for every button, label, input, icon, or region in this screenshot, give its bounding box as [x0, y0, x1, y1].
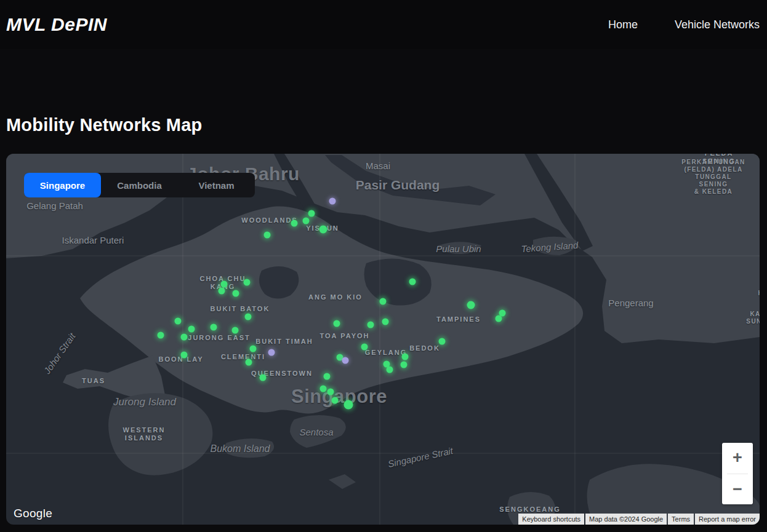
vehicle-marker-green[interactable] — [320, 386, 327, 392]
vehicle-marker-green[interactable] — [250, 346, 257, 352]
vehicle-marker-green[interactable] — [291, 220, 298, 227]
tab-singapore[interactable]: Singapore — [24, 173, 101, 197]
vehicle-marker-green[interactable] — [158, 332, 164, 339]
vehicle-marker-green[interactable] — [181, 334, 188, 341]
map-zoom-control: + − — [722, 443, 753, 504]
vehicle-marker-green[interactable] — [409, 279, 416, 285]
vehicle-marker-green[interactable] — [496, 316, 502, 322]
country-tabs: SingaporeCambodiaVietnam — [24, 173, 255, 197]
map-data-copyright: Map data ©2024 Google — [585, 514, 667, 525]
page: MVL DePIN HomeVehicle Networks Mobility … — [0, 0, 767, 532]
vehicle-marker-green[interactable] — [244, 279, 251, 286]
vehicle-marker-green[interactable] — [361, 344, 368, 351]
vehicle-marker-green[interactable] — [188, 326, 195, 333]
nav-link-home[interactable]: Home — [608, 18, 638, 31]
vehicle-marker-green[interactable] — [401, 362, 408, 368]
vehicle-marker-green[interactable] — [221, 281, 228, 288]
vehicle-marker-green[interactable] — [439, 338, 446, 345]
tab-vietnam[interactable]: Vietnam — [178, 173, 255, 197]
mobility-map[interactable]: Johor BahruSingaporePasir GudangMasaiGel… — [6, 154, 760, 525]
zoom-in-button[interactable]: + — [722, 443, 753, 474]
vehicle-marker-green[interactable] — [232, 327, 239, 334]
vehicle-marker-purple[interactable] — [268, 349, 275, 356]
google-logo[interactable]: Google — [14, 507, 52, 520]
vehicle-marker-green[interactable] — [382, 319, 389, 325]
vehicle-marker-green[interactable] — [402, 354, 409, 360]
vehicle-marker-purple[interactable] — [342, 357, 349, 364]
report-map-error-link[interactable]: Report a map error — [695, 514, 760, 525]
site-logo[interactable]: MVL DePIN — [6, 14, 107, 35]
vehicle-marker-green[interactable] — [245, 314, 252, 320]
vehicle-marker-green[interactable] — [219, 288, 225, 295]
vehicle-marker-green[interactable] — [380, 298, 387, 305]
tab-cambodia[interactable]: Cambodia — [101, 173, 178, 197]
vehicle-marker-green[interactable] — [332, 397, 339, 404]
vehicle-marker-green[interactable] — [387, 367, 393, 373]
header-nav: HomeVehicle Networks — [608, 18, 760, 31]
vehicle-marker-green[interactable] — [308, 210, 315, 217]
header: MVL DePIN HomeVehicle Networks — [0, 0, 767, 49]
vehicle-marker-green[interactable] — [367, 322, 374, 328]
vehicle-marker-green[interactable] — [467, 301, 475, 309]
terms-link[interactable]: Terms — [668, 514, 694, 525]
vehicle-marker-green[interactable] — [175, 318, 182, 325]
zoom-out-button[interactable]: − — [722, 474, 753, 505]
vehicle-marker-green[interactable] — [264, 232, 271, 239]
vehicle-marker-green[interactable] — [181, 352, 188, 359]
vehicle-marker-green[interactable] — [211, 324, 217, 331]
page-title: Mobility Networks Map — [6, 115, 202, 135]
vehicle-marker-green[interactable] — [246, 359, 252, 366]
vehicle-marker-green[interactable] — [324, 373, 331, 380]
vehicle-marker-purple[interactable] — [329, 198, 336, 205]
vehicle-marker-green[interactable] — [344, 400, 353, 410]
vehicle-marker-green[interactable] — [260, 375, 267, 381]
vehicle-marker-green[interactable] — [303, 218, 310, 224]
keyboard-shortcuts-button[interactable]: Keyboard shortcuts — [518, 514, 584, 525]
vehicle-marker-green[interactable] — [233, 290, 239, 297]
nav-link-vehicle-networks[interactable]: Vehicle Networks — [675, 18, 760, 31]
vehicle-marker-green[interactable] — [334, 320, 340, 327]
map-attribution: Keyboard shortcuts Map data ©2024 Google… — [518, 514, 760, 525]
vehicle-marker-green[interactable] — [319, 226, 327, 234]
map-markers — [6, 154, 760, 525]
vehicle-marker-green[interactable] — [327, 389, 334, 395]
